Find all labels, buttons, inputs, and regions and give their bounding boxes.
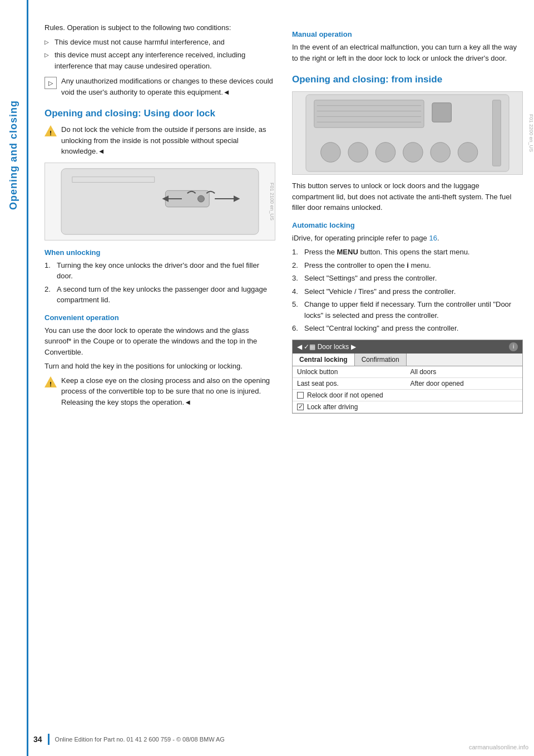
sidebar-label: Opening and closing — [8, 100, 19, 210]
door-lock-image: F01 2100 en_US — [44, 163, 275, 240]
svg-point-15 — [348, 143, 368, 163]
right-column: Manual operation In the event of an elec… — [292, 22, 523, 414]
door-lock-image-label: F01 2100 en_US — [269, 183, 275, 220]
page-link-16[interactable]: 16 — [429, 234, 437, 242]
convenient-operation-heading: Convenient operation — [44, 313, 275, 322]
section-heading-from-inside: Opening and closing: from inside — [292, 73, 523, 86]
info-icon: i — [509, 342, 518, 351]
automatic-locking-heading: Automatic locking — [292, 221, 523, 229]
warning-text-door-lock: Do not lock the vehicle from the outside… — [61, 124, 275, 157]
tab-confirmation[interactable]: Confirmation — [355, 354, 407, 366]
when-unlocking-heading: When unlocking — [44, 248, 275, 257]
auto-step-5: 5. Change to upper field if necessary. T… — [292, 299, 523, 321]
door-locks-tabs: Central locking Confirmation — [293, 354, 522, 366]
warning-box-door-lock: ! Do not lock the vehicle from the outsi… — [44, 124, 275, 157]
convenient-text-2: Turn and hold the key in the positions f… — [44, 361, 275, 372]
automatic-locking-intro: iDrive, for operating principle refer to… — [292, 233, 523, 244]
note-pencil-text: Any unauthorized modifications or change… — [61, 76, 275, 97]
warning-icon-door-lock: ! — [44, 125, 57, 138]
left-column: Rules. Operation is subject to the follo… — [44, 22, 275, 414]
auto-step-2: 2. Press the controller to open the i me… — [292, 260, 523, 271]
page-footer: 34 Online Edition for Part no. 01 41 2 6… — [33, 734, 534, 745]
note-pencil-box: ▷ Any unauthorized modifications or chan… — [44, 76, 275, 97]
svg-rect-13 — [432, 103, 452, 122]
automatic-locking-steps: 1. Press the MENU button. This opens the… — [292, 247, 523, 334]
warning-box-convertible: ! Keep a close eye on the closing proces… — [44, 375, 275, 408]
page-container: Opening and closing Rules. Operation is … — [0, 0, 534, 756]
manual-operation-text: In the event of an electrical malfunctio… — [292, 42, 523, 63]
door-locks-ui: ◀ ✓▦ Door locks ▶ i Central locking Conf… — [292, 340, 523, 414]
svg-point-14 — [321, 143, 341, 163]
when-unlocking-steps: 1. Turning the key once unlocks the driv… — [44, 260, 275, 306]
bullet-item-2: this device must accept any interference… — [44, 50, 275, 71]
intro-text: Rules. Operation is subject to the follo… — [44, 22, 275, 33]
checkbox-lock-after-driving[interactable] — [297, 404, 304, 410]
door-locks-header-text: ◀ ✓▦ Door locks ▶ — [297, 343, 356, 351]
warning-icon-convertible: ! — [44, 376, 57, 389]
sidebar: Opening and closing — [0, 0, 27, 756]
warning-text-convertible: Keep a close eye on the closing process … — [61, 375, 275, 408]
section-heading-door-lock: Opening and closing: Using door lock — [44, 107, 275, 120]
sidebar-line — [27, 0, 28, 756]
step-item: 1. Turning the key once unlocks the driv… — [44, 260, 275, 282]
checkbox-row-relock[interactable]: Relock door if not opened — [293, 390, 522, 401]
auto-step-6: 6. Select "Central locking" and press th… — [292, 323, 523, 334]
svg-rect-20 — [492, 100, 501, 166]
checkbox-relock[interactable] — [297, 392, 304, 399]
svg-point-2 — [198, 195, 205, 202]
page-number: 34 — [33, 735, 42, 744]
svg-point-16 — [375, 143, 395, 163]
tab-central-locking[interactable]: Central locking — [293, 354, 355, 366]
checkbox-row-lock-after-driving[interactable]: Lock after driving — [293, 401, 522, 413]
interior-panel-image: F01 2200 en_US — [292, 91, 523, 175]
auto-step-4: 4. Select "Vehicle / Tires" and press th… — [292, 286, 523, 297]
bullet-list: This device must not cause harmful inter… — [44, 37, 275, 72]
svg-point-18 — [431, 143, 451, 163]
svg-point-19 — [458, 143, 478, 163]
bullet-item-1: This device must not cause harmful inter… — [44, 37, 275, 48]
svg-rect-8 — [314, 100, 424, 127]
manual-operation-heading: Manual operation — [292, 30, 523, 38]
door-locks-row-unlock: Unlock button All doors — [293, 366, 522, 378]
step-item: 2. A second turn of the key unlocks the … — [44, 284, 275, 306]
auto-step-1: 1. Press the MENU button. This opens the… — [292, 247, 523, 258]
door-locks-header: ◀ ✓▦ Door locks ▶ i — [293, 340, 522, 354]
watermark: carmanualsonline.info — [469, 744, 528, 750]
door-locks-row-last-seat: Last seat pos. After door opened — [293, 378, 522, 390]
pencil-icon: ▷ — [44, 77, 57, 89]
main-content: Rules. Operation is subject to the follo… — [33, 0, 534, 425]
panel-description: This button serves to unlock or lock doo… — [292, 180, 523, 213]
footer-blue-line — [48, 734, 50, 745]
svg-point-17 — [403, 143, 423, 163]
svg-rect-0 — [61, 168, 259, 234]
footer-text: Online Edition for Part no. 01 41 2 600 … — [55, 736, 225, 743]
auto-step-3: 3. Select "Settings" and press the contr… — [292, 273, 523, 284]
convenient-text-1: You can use the door lock to operate the… — [44, 325, 275, 358]
